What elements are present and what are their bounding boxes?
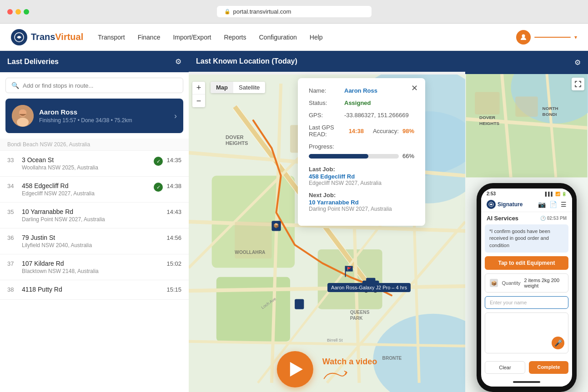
zoom-in-button[interactable]: + [192, 82, 205, 94]
phone-status-bar: 2:53 ▌▌▌ 📶 🔋 [481, 189, 572, 197]
map-type-satellite-button[interactable]: Satellite [233, 82, 265, 93]
play-video-button[interactable] [277, 351, 313, 387]
name-label: Name: [309, 87, 341, 94]
wifi-icon: 📶 [555, 192, 560, 196]
stop-info: 3 Ocean St Woollahra NSW 2025, Australia [22, 156, 150, 171]
svg-text:PARK: PARK [350, 316, 363, 321]
stop-name: 3 Ocean St [22, 156, 150, 164]
popup-close-button[interactable]: ✕ [409, 83, 420, 94]
driver-info: Aaron Ross Finishing 15:57 • Done 34/38 … [39, 108, 169, 124]
logo[interactable]: TransVirtual [11, 29, 83, 45]
accuracy-label: Accuracy: [373, 128, 399, 134]
deliveries-panel-header: Last Deliveries ⚙ [0, 51, 189, 72]
svg-text:DOVER: DOVER [479, 115, 495, 120]
search-input[interactable] [23, 82, 177, 89]
stop-name: 79 Justin St [22, 234, 163, 241]
logo-text: TransVirtual [31, 32, 83, 42]
maximize-dot[interactable] [24, 9, 29, 15]
popup-status-row: Status: Assigned [309, 99, 414, 106]
driver-arrow-icon[interactable]: › [174, 111, 177, 121]
menu-icon[interactable]: ☰ [561, 201, 567, 208]
clear-button[interactable]: Clear [485, 361, 525, 374]
delivery-list: Bondi Beach NSW 2026, Australia 33 3 Oce… [0, 139, 189, 392]
right-map-gear-button[interactable]: ⚙ [574, 58, 581, 67]
next-job-label: Next Job: [309, 192, 336, 198]
video-section: Watch a video [277, 351, 377, 387]
table-row[interactable]: 35 10 Yarranabbe Rd Darling Point NSW 20… [0, 203, 189, 228]
navbar: TransVirtual Transport Finance Import/Ex… [0, 24, 588, 51]
map-type-map-button[interactable]: Map [211, 82, 233, 93]
deliveries-gear-button[interactable]: ⚙ [175, 57, 181, 66]
phone-area: 2:53 ▌▌▌ 📶 🔋 [465, 178, 588, 392]
nav-configuration[interactable]: Configuration [259, 34, 297, 41]
svg-text:DOVER: DOVER [226, 134, 244, 140]
play-icon [290, 362, 303, 377]
browser-dots [7, 9, 29, 15]
phone-logo-text: Signature [498, 201, 523, 208]
phone-mockup: 2:53 ▌▌▌ 📶 🔋 [477, 183, 577, 392]
document-icon[interactable]: 📄 [549, 201, 557, 208]
phone-time: 2:53 [487, 191, 496, 196]
nav-import-export[interactable]: Import/Export [173, 34, 211, 41]
stop-name: 458 Edgecliff Rd [22, 182, 150, 189]
last-job-address: Edgecliff NSW 2027, Australia [309, 180, 414, 186]
ai-services-text: *I confirm goods have been received in g… [489, 228, 550, 248]
driver-name: Aaron Ross [39, 108, 169, 116]
table-row[interactable]: 34 458 Edgecliff Rd Edgecliff NSW 2027, … [0, 177, 189, 203]
nav-reports[interactable]: Reports [224, 34, 246, 41]
stop-time: 15:15 [166, 286, 181, 293]
phone-header: Signature 📷 📄 ☰ [481, 197, 572, 212]
status-label: Status: [309, 99, 341, 106]
svg-text:Birrell St: Birrell St [327, 338, 343, 342]
phone-status-icons: ▌▌▌ 📶 🔋 [545, 192, 567, 196]
map-title: Last Known Location (Today) [196, 57, 297, 65]
phone-screen: 2:53 ▌▌▌ 📶 🔋 [481, 189, 572, 387]
complete-button[interactable]: Complete [529, 361, 568, 374]
signature-area[interactable]: 🎤 [485, 313, 568, 353]
stop-name: 10 Yarranabbe Rd [22, 208, 163, 215]
browser-chrome: 🔒 portal.transvirtual.com [0, 0, 588, 24]
name-input-phone[interactable]: Enter your name [485, 296, 568, 309]
camera-icon[interactable]: 📷 [538, 201, 546, 208]
stop-address: Woollahra NSW 2025, Australia [22, 164, 150, 171]
svg-text:BONDI: BONDI [543, 112, 557, 117]
done-check-icon: ✓ [154, 157, 163, 166]
phone-bottom-bar [481, 377, 572, 387]
user-avatar-icon[interactable] [516, 30, 531, 45]
phone-time-badge: 🕐 02:53 PM [540, 216, 567, 221]
nav-help[interactable]: Help [310, 34, 323, 41]
microphone-icon[interactable]: 🎤 [552, 337, 564, 349]
driver-card[interactable]: Aaron Ross Finishing 15:57 • Done 34/38 … [5, 99, 183, 133]
signal-icon: ▌▌▌ [545, 192, 554, 196]
nav-finance[interactable]: Finance [138, 34, 161, 41]
quantity-label: Quantity [502, 280, 520, 286]
gps-value: -33.886327, 151.266669 [344, 112, 409, 119]
info-popup: ✕ Name: Aaron Ross Status: Assigned GPS:… [298, 78, 425, 226]
user-dropdown-icon[interactable]: ▾ [574, 34, 577, 40]
close-dot[interactable] [7, 9, 13, 15]
stop-number: 36 [7, 234, 18, 241]
address-bar[interactable]: 🔒 portal.transvirtual.com [217, 6, 372, 17]
tap-edit-button[interactable]: Tap to edit Equipment [485, 256, 568, 270]
popup-name-row: Name: Aaron Ross [309, 87, 414, 94]
zoom-out-button[interactable]: − [192, 94, 205, 107]
next-job-section: Next Job: 10 Yarranabbe Rd Darling Point… [309, 191, 414, 212]
svg-text:WOOLLAHRA: WOOLLAHRA [235, 250, 266, 255]
svg-rect-36 [366, 278, 375, 282]
nav-transport[interactable]: Transport [98, 34, 125, 41]
stop-time: 15:02 [166, 260, 181, 267]
search-icon: 🔍 [11, 82, 19, 89]
clock-icon: 🕐 [540, 216, 546, 221]
map-expand-button[interactable] [572, 78, 584, 90]
table-row[interactable]: 33 3 Ocean St Woollahra NSW 2025, Austra… [0, 151, 189, 177]
svg-text:NORTH: NORTH [543, 106, 558, 111]
gps-details-row: Last GPS READ: 14:38 Accuracy: 98% [309, 124, 414, 138]
svg-rect-11 [216, 277, 290, 342]
table-row[interactable]: 37 107 Kildare Rd Blacktown NSW 2148, Au… [0, 254, 189, 280]
minimize-dot[interactable] [15, 9, 21, 15]
table-row[interactable]: 36 79 Justin St Lilyfield NSW 2040, Aust… [0, 228, 189, 254]
stop-time: 14:38 [166, 182, 181, 189]
zoom-buttons: + − [192, 82, 205, 107]
table-row[interactable]: 38 4118 Putty Rd 15:15 [0, 280, 189, 300]
search-box[interactable]: 🔍 [5, 78, 183, 93]
